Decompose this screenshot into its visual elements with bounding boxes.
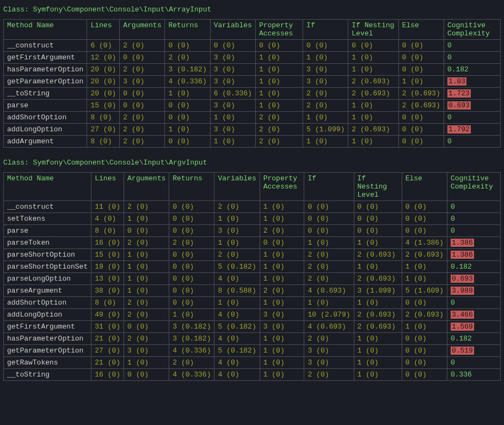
method-name-cell: addLongOption: [4, 309, 91, 321]
table-row: getFirstArgument31 (0)0 (0)3 (0.182)5 (0…: [4, 321, 501, 333]
metric-cell: 3 (0): [214, 225, 260, 237]
method-name-cell: __toString: [4, 88, 87, 100]
metric-cell: 0: [444, 136, 500, 148]
metric-cell: 0 (0): [260, 237, 304, 249]
metric-cell: 4 (0): [214, 273, 260, 285]
metric-cell: 13 (0): [91, 273, 124, 285]
metric-cell: 1 (0): [354, 297, 402, 309]
column-header: Property Accesses: [260, 173, 304, 201]
metric-cell: 2 (0): [304, 261, 354, 273]
metric-cell: 0 (0): [398, 52, 444, 64]
metric-cell: 1 (0): [255, 52, 303, 64]
metric-cell: 5 (0.182): [214, 321, 260, 333]
metric-cell: 3 (0): [304, 345, 354, 357]
metric-cell: 4 (0.693): [304, 285, 354, 297]
metric-cell: 1.03: [444, 76, 500, 88]
metric-cell: 2 (0): [255, 136, 303, 148]
table-row: __construct6 (0)2 (0)0 (0)0 (0)0 (0)0 (0…: [4, 40, 501, 52]
column-header: If Nesting Level: [354, 173, 402, 201]
metric-cell: 1 (0): [260, 201, 304, 213]
metric-cell: 16 (0): [91, 369, 124, 381]
method-name-cell: parseShortOptionSet: [4, 261, 91, 273]
method-name-cell: addShortOption: [4, 112, 87, 124]
metric-cell: 0: [447, 201, 500, 213]
metric-cell: 0.693: [444, 100, 500, 112]
metric-cell: 5 (1.609): [402, 285, 447, 297]
metric-cell: 1 (0): [348, 100, 398, 112]
metric-cell: 3.989: [447, 285, 500, 297]
metric-cell: 1.386: [447, 249, 500, 261]
metric-cell: 1 (0): [348, 52, 398, 64]
metric-cell: 5 (0.182): [214, 261, 260, 273]
metric-cell: 0 (0): [398, 124, 444, 136]
metric-cell: 20 (0): [87, 88, 120, 100]
metric-cell: 2 (0): [124, 333, 169, 345]
metric-cell: 27 (0): [91, 345, 124, 357]
metric-cell: 0 (0): [169, 225, 214, 237]
report-root: Class: Symfony\Component\Console\Input\A…: [3, 5, 501, 381]
metric-cell: 1 (0): [210, 136, 255, 148]
table-row: addShortOption8 (0)2 (0)0 (0)1 (0)2 (0)1…: [4, 112, 501, 124]
metric-cell: 0 (0): [402, 297, 447, 309]
metric-cell: 3 (0.182): [169, 333, 214, 345]
metric-cell: 0: [444, 40, 500, 52]
metric-cell: 0 (0): [210, 40, 255, 52]
metric-cell: 2 (0): [260, 285, 304, 297]
metric-cell: 0 (0): [304, 201, 354, 213]
metric-cell: 0 (0): [398, 112, 444, 124]
metric-cell: 0.519: [447, 345, 500, 357]
metric-cell: 27 (0): [87, 124, 120, 136]
metric-cell: 0: [447, 225, 500, 237]
metric-cell: 1 (0): [260, 261, 304, 273]
metric-cell: 0: [447, 213, 500, 225]
metric-cell: 2 (0): [124, 237, 169, 249]
metric-cell: 3 (0): [260, 309, 304, 321]
metric-cell: 3 (0.182): [169, 321, 214, 333]
metric-cell: 0 (0): [169, 213, 214, 225]
column-header: Variables: [210, 20, 255, 40]
metric-cell: 4 (0): [214, 369, 260, 381]
metric-cell: 3 (0): [120, 76, 165, 88]
metric-cell: 1 (0): [402, 321, 447, 333]
metric-cell: 0 (0): [402, 225, 447, 237]
metric-cell: 0.182: [447, 261, 500, 273]
metric-cell: 0 (0): [169, 285, 214, 297]
metric-cell: 0.693: [447, 273, 500, 285]
metric-cell: 2 (0): [303, 100, 348, 112]
metric-cell: 2 (0.693): [402, 309, 447, 321]
metric-cell: 10 (2.079): [304, 309, 354, 321]
metric-cell: 0 (0): [402, 345, 447, 357]
metric-cell: 1 (0): [255, 88, 303, 100]
metric-cell: 0 (0): [165, 136, 210, 148]
metric-cell: 4 (0.336): [169, 369, 214, 381]
metric-cell: 2 (0): [124, 201, 169, 213]
metrics-table: Method NameLinesArgumentsReturnsVariable…: [3, 172, 501, 381]
metric-cell: 3 (0): [210, 76, 255, 88]
metric-cell: 1 (0): [260, 345, 304, 357]
table-row: addShortOption8 (0)2 (0)0 (0)1 (0)1 (0)1…: [4, 297, 501, 309]
column-header: Method Name: [4, 173, 91, 201]
column-header: Cognitive Complexity: [444, 20, 500, 40]
column-header: If: [304, 173, 354, 201]
metric-cell: 1 (0): [303, 136, 348, 148]
metric-cell: 1 (0): [255, 100, 303, 112]
metric-cell: 2 (0.693): [348, 88, 398, 100]
metric-cell: 1 (0): [260, 273, 304, 285]
metric-cell: 2 (0.693): [354, 309, 402, 321]
metric-cell: 2 (0): [165, 52, 210, 64]
method-name-cell: addLongOption: [4, 124, 87, 136]
metric-cell: 1 (0): [165, 88, 210, 100]
metric-cell: 1 (0): [124, 285, 169, 297]
metric-cell: 8 (0): [91, 225, 124, 237]
metric-cell: 2 (0): [120, 136, 165, 148]
column-header: Returns: [169, 173, 214, 201]
method-name-cell: getFirstArgument: [4, 52, 87, 64]
metric-cell: 0 (0): [402, 357, 447, 369]
metric-cell: 21 (0): [91, 333, 124, 345]
metric-cell: 1 (0): [124, 249, 169, 261]
metric-cell: 2 (0.693): [354, 321, 402, 333]
metric-cell: 12 (0): [87, 52, 120, 64]
column-header: If Nesting Level: [348, 20, 398, 40]
metric-cell: 2 (0.693): [348, 76, 398, 88]
table-row: parse15 (0)0 (0)0 (0)3 (0)1 (0)2 (0)1 (0…: [4, 100, 501, 112]
